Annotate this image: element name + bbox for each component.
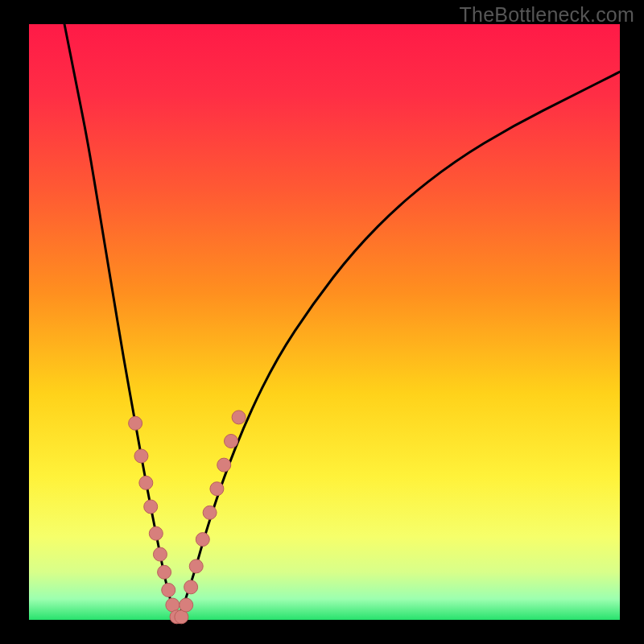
sample-point (129, 416, 142, 430)
sample-point (210, 482, 224, 496)
sample-point (232, 411, 246, 424)
sample-point (139, 476, 153, 489)
sample-point (149, 526, 163, 540)
bottleneck-chart (0, 0, 644, 644)
sample-point (203, 506, 217, 519)
chart-frame: TheBottleneck.com (0, 0, 644, 644)
sample-point (225, 435, 238, 448)
sample-point (158, 565, 171, 579)
sample-point (144, 500, 158, 514)
sample-point (153, 547, 167, 561)
sample-point (217, 458, 231, 472)
sample-point (184, 580, 198, 594)
sample-point (134, 449, 148, 463)
sample-point (189, 559, 203, 573)
sample-point (162, 584, 175, 597)
sample-point (196, 533, 209, 547)
sample-point (180, 598, 193, 612)
